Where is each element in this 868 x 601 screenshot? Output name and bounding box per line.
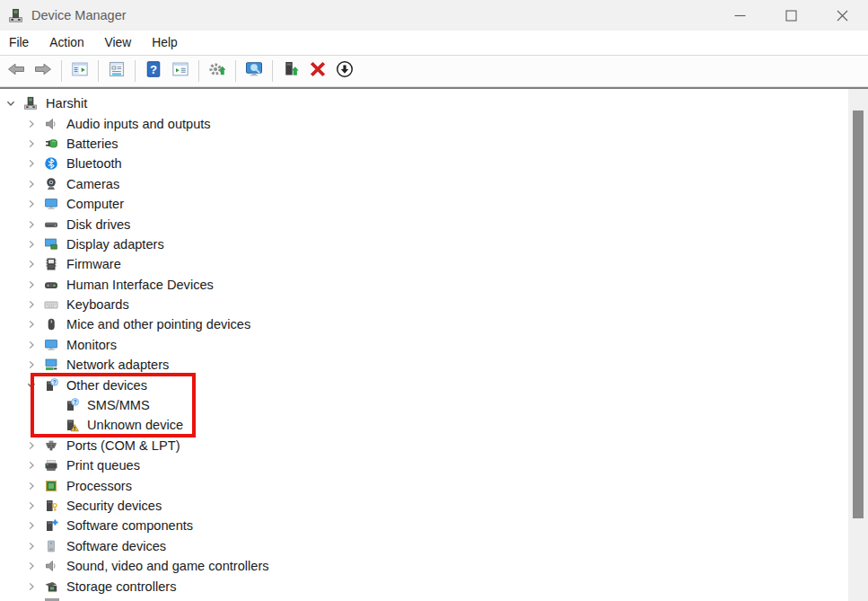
close-button[interactable] — [817, 0, 868, 31]
properties-button[interactable] — [104, 58, 129, 84]
tree-item-processors[interactable]: Processors — [0, 475, 848, 495]
chevron-down-icon[interactable] — [22, 378, 40, 393]
toolbar-separator — [272, 60, 273, 82]
tree-item-sms-mms[interactable]: ?SMS/MMS — [0, 395, 848, 415]
storage-controller-icon — [42, 579, 60, 594]
window-title: Device Manager — [31, 8, 127, 22]
firmware-chip-icon — [42, 257, 60, 271]
tree-item-label: Disk drives — [66, 217, 130, 232]
tree-item-label: SMS/MMS — [87, 398, 150, 412]
chevron-right-icon[interactable] — [22, 237, 40, 252]
maximize-button[interactable] — [766, 0, 817, 31]
unknown-device-warning-icon — [63, 418, 81, 432]
minimize-button[interactable] — [715, 0, 766, 31]
menu-item-action[interactable]: Action — [40, 32, 92, 53]
tree-item-computer[interactable]: Computer — [0, 194, 848, 214]
tree-item-print-queues[interactable]: Print queues — [0, 455, 848, 475]
tree-item-label: Bluetooth — [66, 156, 122, 171]
chevron-right-icon[interactable] — [22, 297, 40, 312]
toolbar-separator — [235, 60, 236, 82]
scrollbar-thumb[interactable] — [853, 110, 864, 518]
tree-item-label: Harshit — [46, 96, 87, 110]
chevron-right-icon[interactable] — [22, 458, 40, 473]
chevron-right-icon[interactable] — [22, 479, 40, 493]
forward-arrow-icon — [34, 60, 52, 82]
disable-device-button[interactable] — [332, 58, 357, 84]
tree-item-keyboards[interactable]: Keyboards — [0, 295, 848, 314]
tree-item-cameras[interactable]: Cameras — [0, 174, 848, 194]
tree-item-label: Audio inputs and outputs — [66, 117, 211, 131]
tree-item-ports-com-lpt[interactable]: Ports (COM & LPT) — [0, 436, 848, 455]
chevron-right-icon[interactable] — [22, 197, 40, 211]
tree-item-software-components[interactable]: Software components — [0, 516, 848, 535]
chevron-right-icon[interactable] — [22, 539, 40, 553]
chevron-right-icon[interactable] — [22, 358, 40, 372]
tree-item-mice-and-other-pointing-devices[interactable]: Mice and other pointing devices — [0, 314, 848, 334]
menu-item-help[interactable]: Help — [143, 32, 186, 53]
tree-item-other-devices[interactable]: ?Other devices — [0, 375, 848, 394]
tree-item-disk-drives[interactable]: Disk drives — [0, 214, 848, 234]
tree-item-label: Security devices — [66, 499, 162, 513]
tree-item-unknown-device[interactable]: Unknown device — [0, 415, 848, 435]
tree-item-human-interface-devices[interactable]: Human Interface Devices — [0, 275, 848, 295]
tree-item-storage-controllers[interactable]: Storage controllers — [0, 576, 848, 596]
update-driver-button[interactable] — [278, 58, 303, 84]
help-button[interactable]: ? — [141, 58, 166, 84]
chevron-right-icon[interactable] — [22, 257, 40, 271]
tree-item-software-devices[interactable]: Software devices — [0, 536, 848, 556]
software-component-icon — [42, 518, 60, 533]
uninstall-device-button[interactable] — [305, 58, 330, 84]
tree-item-bluetooth[interactable]: Bluetooth — [0, 154, 848, 173]
menu-item-file[interactable]: File — [0, 32, 38, 53]
monitor-search-icon — [245, 60, 263, 82]
device-tree-panel: HarshitAudio inputs and outputsBatteries… — [0, 89, 868, 601]
chevron-right-icon[interactable] — [22, 177, 40, 191]
chevron-right-icon[interactable] — [22, 499, 40, 513]
scan-hardware-changes-button[interactable] — [205, 58, 230, 84]
toolbar: ? — [0, 56, 868, 86]
chevron-down-icon[interactable] — [2, 96, 20, 110]
monitor-icon — [42, 197, 60, 211]
tree-item-label: Computer — [66, 197, 124, 211]
tree-item-label: Monitors — [66, 338, 117, 352]
chevron-right-icon[interactable] — [22, 438, 40, 453]
vertical-scrollbar[interactable] — [848, 89, 868, 601]
unknown-device-question-icon: ? — [42, 378, 60, 393]
chevron-right-icon[interactable] — [22, 117, 40, 131]
security-key-icon — [42, 499, 60, 513]
toolbar-separator — [135, 60, 136, 82]
chevron-right-icon[interactable] — [22, 559, 40, 573]
chevron-right-icon[interactable] — [22, 338, 40, 352]
tree-item-label: Display adapters — [66, 237, 164, 252]
tree-item-harshit[interactable]: Harshit — [0, 93, 848, 113]
chevron-placeholder — [43, 398, 61, 412]
tree-item-firmware[interactable]: Firmware — [0, 254, 848, 274]
tree-item-label: Unknown device — [87, 418, 183, 432]
tree-item-network-adapters[interactable]: Network adapters — [0, 355, 848, 375]
chevron-right-icon[interactable] — [22, 217, 40, 232]
tree-item-sound-video-and-game-controllers[interactable]: Sound, video and game controllers — [0, 556, 848, 576]
tree-item-security-devices[interactable]: Security devices — [0, 496, 848, 516]
mouse-icon — [42, 317, 60, 331]
forward-button[interactable] — [31, 58, 56, 84]
chevron-right-icon[interactable] — [22, 518, 40, 533]
remote-computer-button[interactable] — [241, 58, 267, 84]
uninstall-x-icon — [309, 60, 327, 82]
show-action-pane-button[interactable] — [168, 58, 193, 84]
menu-item-view[interactable]: View — [96, 32, 141, 53]
tree-item-audio-inputs-and-outputs[interactable]: Audio inputs and outputs — [0, 113, 848, 133]
tree-item-batteries[interactable]: Batteries — [0, 134, 848, 154]
device-tree: HarshitAudio inputs and outputsBatteries… — [0, 93, 848, 601]
chevron-right-icon[interactable] — [22, 317, 40, 331]
tree-item-monitors[interactable]: Monitors — [0, 335, 848, 355]
chevron-right-icon[interactable] — [22, 156, 40, 171]
printer-icon — [42, 458, 60, 473]
tree-item-label: Keyboards — [66, 297, 129, 312]
show-console-tree-button[interactable] — [67, 58, 92, 84]
chevron-right-icon[interactable] — [22, 137, 40, 151]
tree-item-label: Network adapters — [66, 358, 169, 372]
tree-item-display-adapters[interactable]: Display adapters — [0, 234, 848, 254]
chevron-right-icon[interactable] — [22, 579, 40, 594]
back-button[interactable] — [4, 58, 29, 84]
chevron-right-icon[interactable] — [22, 278, 40, 292]
